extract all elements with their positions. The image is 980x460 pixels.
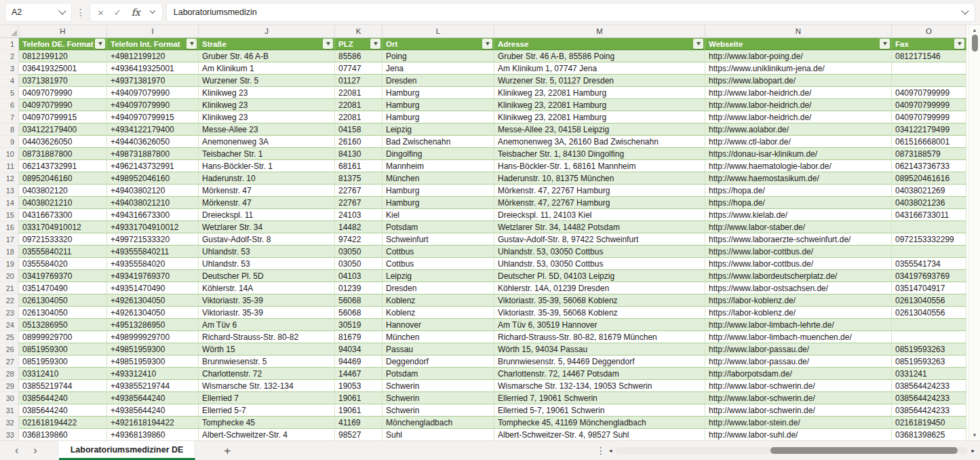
- cell[interactable]: Köhlerstr. 14A: [199, 282, 335, 294]
- cell[interactable]: Klinikweg 23, 22081 Hamburg: [494, 87, 705, 99]
- cell[interactable]: +499721533320: [107, 233, 199, 246]
- cell[interactable]: Uhlandstr. 53: [199, 246, 335, 258]
- cell[interactable]: Wörth 15: [199, 343, 335, 356]
- cell[interactable]: [892, 319, 966, 331]
- cell[interactable]: 062143736733: [892, 160, 966, 172]
- add-sheet-icon[interactable]: +: [224, 445, 231, 457]
- cell[interactable]: Jena: [383, 62, 494, 75]
- cell[interactable]: http://www.labor-heidrich.de/: [705, 111, 892, 123]
- cell[interactable]: 040970799915: [19, 111, 107, 123]
- cell[interactable]: 01127: [335, 75, 383, 87]
- cell[interactable]: 30519: [335, 319, 383, 331]
- cell[interactable]: 04038021210: [19, 197, 107, 209]
- row-number[interactable]: 17: [0, 233, 19, 246]
- filter-button[interactable]: [323, 39, 333, 49]
- cell[interactable]: Klinikweg 23: [199, 87, 335, 99]
- cell[interactable]: Am Tüv 6: [199, 319, 335, 331]
- cell[interactable]: 81679: [335, 331, 383, 343]
- cell[interactable]: +493419769370: [107, 270, 199, 282]
- cell[interactable]: [892, 62, 966, 75]
- cell[interactable]: 040970799999: [892, 87, 966, 99]
- cell[interactable]: Uhlandstr. 53, 03050 Cottbus: [494, 246, 705, 258]
- cell[interactable]: +4921618194422: [107, 417, 199, 429]
- row-number[interactable]: 7: [0, 111, 19, 123]
- cell[interactable]: http://www.labor-stein.de/: [705, 417, 892, 429]
- column-letter-I[interactable]: I: [107, 25, 199, 38]
- next-sheet-icon[interactable]: ›: [33, 445, 37, 456]
- cell[interactable]: Brunnwiesenstr. 5, 94469 Deggendorf: [494, 356, 705, 368]
- filter-button[interactable]: [693, 39, 703, 49]
- cell[interactable]: +49403802120: [107, 185, 199, 197]
- cell[interactable]: Deutscher Pl. 5D: [199, 270, 335, 282]
- cell[interactable]: 03312410: [19, 368, 107, 380]
- cell[interactable]: Cottbus: [383, 246, 494, 258]
- cell[interactable]: Potsdam: [383, 368, 494, 380]
- cell[interactable]: 038564424233: [892, 380, 966, 392]
- header-telefon-int-format[interactable]: Telefon Int. Format: [107, 38, 199, 50]
- cell[interactable]: 0812171546: [892, 50, 966, 62]
- row-number[interactable]: 24: [0, 319, 19, 331]
- row-number[interactable]: 14: [0, 197, 19, 209]
- cell[interactable]: 034197693769: [892, 270, 966, 282]
- cell[interactable]: 07747: [335, 62, 383, 75]
- cell[interactable]: Teisbacher Str. 1, 84130 Dingolfing: [494, 148, 705, 160]
- row-number[interactable]: 28: [0, 368, 19, 380]
- cell[interactable]: Am Klinikum 1, 07747 Jena: [494, 62, 705, 75]
- cell[interactable]: Hamburg: [383, 185, 494, 197]
- row-number[interactable]: 25: [0, 331, 19, 343]
- cell[interactable]: 0331704910012: [19, 221, 107, 233]
- insert-function-icon[interactable]: fx: [132, 7, 140, 17]
- cell[interactable]: Schwerin: [383, 404, 494, 417]
- prev-sheet-icon[interactable]: ‹: [15, 445, 18, 456]
- cell[interactable]: http://www.haemostasikum.de/: [705, 172, 892, 185]
- cell[interactable]: 22081: [335, 99, 383, 111]
- cell[interactable]: 04403626050: [19, 136, 107, 148]
- cell[interactable]: Albert-Schweitzer-Str. 4, 98527 Suhl: [494, 429, 705, 441]
- cell[interactable]: 85586: [335, 50, 383, 62]
- cell[interactable]: +49851959300: [107, 356, 199, 368]
- cell[interactable]: +498731887800: [107, 148, 199, 160]
- cell[interactable]: 0873188579: [892, 148, 966, 160]
- cell[interactable]: 02161819450: [892, 417, 966, 429]
- cell[interactable]: Ellerried 7: [199, 392, 335, 404]
- cell[interactable]: Haderunstr. 10, 81375 München: [494, 172, 705, 185]
- row-number[interactable]: 33: [0, 429, 19, 441]
- cell[interactable]: +49351470490: [107, 282, 199, 294]
- row-number[interactable]: 32: [0, 417, 19, 429]
- cell[interactable]: 02613040556: [892, 307, 966, 319]
- row-number[interactable]: 1: [0, 38, 19, 50]
- column-letter-J[interactable]: J: [199, 25, 335, 38]
- cell[interactable]: +4940970799915: [107, 111, 199, 123]
- cell[interactable]: 0851959300: [19, 356, 107, 368]
- cell[interactable]: 04316673300: [19, 209, 107, 221]
- cell[interactable]: 04103: [335, 270, 383, 282]
- sheet-tab-laboratoriumsmediziner-de[interactable]: Laboratoriumsmediziner DE: [59, 441, 196, 460]
- cell[interactable]: Hannover: [383, 319, 494, 331]
- cell[interactable]: Viktoriastr. 35-39: [199, 307, 335, 319]
- row-number[interactable]: 26: [0, 343, 19, 356]
- cell[interactable]: Deggendorf: [383, 356, 494, 368]
- cell[interactable]: 94469: [335, 356, 383, 368]
- cell[interactable]: http://www.labor-heidrich.de/: [705, 99, 892, 111]
- row-number[interactable]: 15: [0, 209, 19, 221]
- cell[interactable]: 04097079990: [19, 99, 107, 111]
- enter-icon[interactable]: ✓: [114, 8, 121, 17]
- cell[interactable]: Cottbus: [383, 258, 494, 270]
- cell[interactable]: München: [383, 172, 494, 185]
- row-number[interactable]: 18: [0, 246, 19, 258]
- cell[interactable]: 41169: [335, 417, 383, 429]
- formula-input[interactable]: Laboratoriumsmedizin: [167, 3, 975, 21]
- cell[interactable]: Hamburg: [383, 99, 494, 111]
- cell[interactable]: 0261304050: [19, 307, 107, 319]
- cell[interactable]: https://labor-koblenz.de/: [705, 294, 892, 307]
- cell[interactable]: Richard-Strauss-Str. 80-82, 81679 Münche…: [494, 331, 705, 343]
- cell[interactable]: Uhlandstr. 53: [199, 258, 335, 270]
- row-number[interactable]: 21: [0, 282, 19, 294]
- cell[interactable]: Passau: [383, 343, 494, 356]
- filter-button[interactable]: [880, 39, 890, 49]
- cell[interactable]: 08519593263: [892, 356, 966, 368]
- cell[interactable]: +493855219744: [107, 380, 199, 392]
- row-number[interactable]: 12: [0, 172, 19, 185]
- cell[interactable]: http://www.ctl-labor.de/: [705, 136, 892, 148]
- cell[interactable]: 062143732991: [19, 160, 107, 172]
